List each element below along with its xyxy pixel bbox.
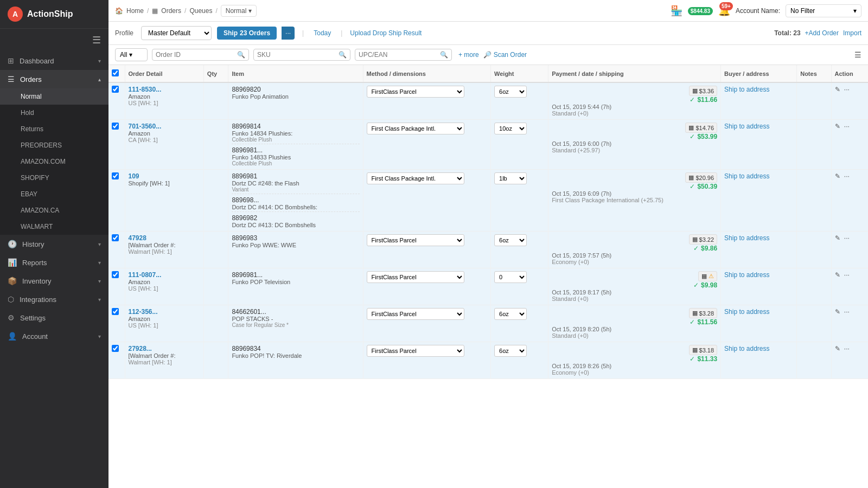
weight-select[interactable]: 1lb <box>494 172 527 184</box>
sku-search-icon[interactable]: 🔍 <box>339 51 347 59</box>
sidebar-item-integrations[interactable]: ⬡ Integrations ▾ <box>0 290 108 309</box>
edit-button[interactable]: ✎ <box>835 172 840 180</box>
add-order-link[interactable]: +Add Order <box>805 29 839 37</box>
select-all-checkbox[interactable] <box>112 69 119 76</box>
weight-select[interactable]: 6oz <box>494 308 527 320</box>
ship-to-address[interactable]: Ship to address <box>724 86 769 93</box>
row-checkbox[interactable] <box>112 86 119 93</box>
ship-button[interactable]: Ship 23 Orders <box>217 27 277 40</box>
edit-button[interactable]: ✎ <box>835 271 840 279</box>
row-checkbox[interactable] <box>112 234 119 241</box>
more-actions-button[interactable]: ··· <box>844 345 850 352</box>
edit-button[interactable]: ✎ <box>835 234 840 242</box>
import-link[interactable]: Import <box>843 29 861 37</box>
item-type: Collectible Plush <box>232 160 359 166</box>
shipping-method-select[interactable]: First Class Package Intl. <box>367 123 464 134</box>
box-icon: ▦ <box>692 310 698 317</box>
sidebar-sub-item-normal[interactable]: Normal <box>0 88 108 105</box>
sidebar-sub-item-shopify[interactable]: SHOPIFY <box>0 170 108 186</box>
ship-to-address[interactable]: Ship to address <box>724 271 769 279</box>
order-id-input[interactable] <box>156 51 237 59</box>
more-actions-button[interactable]: ··· <box>844 308 850 316</box>
sidebar-sub-item-walmart[interactable]: WALMART <box>0 219 108 235</box>
ship-to-address[interactable]: Ship to address <box>724 234 769 242</box>
integrations-icon: ⬡ <box>8 295 14 304</box>
today-link[interactable]: Today <box>311 29 333 37</box>
upc-search-icon[interactable]: 🔍 <box>440 51 448 59</box>
sidebar-item-settings[interactable]: ⚙ Settings <box>0 309 108 327</box>
shipping-method-select[interactable]: FirstClass Parcel <box>367 308 464 320</box>
edit-button[interactable]: ✎ <box>835 308 840 316</box>
sidebar-item-history[interactable]: 🕐 History ▾ <box>0 235 108 253</box>
upc-input[interactable] <box>359 51 440 59</box>
more-filters-button[interactable]: + more <box>458 51 479 59</box>
more-actions-button[interactable]: ··· <box>844 172 850 180</box>
notes-cell <box>797 342 831 379</box>
sidebar-toggle[interactable]: ☰ <box>0 29 108 52</box>
edit-button[interactable]: ✎ <box>835 345 840 352</box>
search-icon[interactable]: 🔍 <box>237 51 245 59</box>
sidebar-sub-item-preorders[interactable]: PREORDERS <box>0 137 108 153</box>
store-icon-btn[interactable]: 🏪 <box>671 5 682 17</box>
order-source: [Walmart Order #: <box>129 352 200 359</box>
more-actions-button[interactable]: ··· <box>844 123 850 130</box>
edit-button[interactable]: ✎ <box>835 123 840 130</box>
column-toggle-button[interactable]: ☰ <box>854 50 861 59</box>
sku-input[interactable] <box>257 51 339 59</box>
sidebar-sub-item-returns[interactable]: Returns <box>0 121 108 137</box>
profile-select[interactable]: Master Default <box>141 26 212 40</box>
shipping-method-select[interactable]: FirstClass Parcel <box>367 234 464 246</box>
ship-to-address[interactable]: Ship to address <box>724 172 769 180</box>
upload-link[interactable]: Upload Drop Ship Result <box>350 29 422 37</box>
order-id[interactable]: 111-8530... <box>129 86 200 93</box>
weight-select[interactable]: 6oz <box>494 86 527 98</box>
more-actions-button[interactable]: ··· <box>844 86 850 93</box>
edit-button[interactable]: ✎ <box>835 86 840 93</box>
sidebar-sub-item-amazon[interactable]: AMAZON.COM <box>0 153 108 170</box>
breadcrumb-orders[interactable]: Orders <box>161 7 181 15</box>
order-id[interactable]: 47928 <box>129 234 200 242</box>
more-actions-button[interactable]: ··· <box>844 271 850 279</box>
notifications-btn[interactable]: 🔔 59+ <box>718 5 730 17</box>
sidebar-sub-item-hold[interactable]: Hold <box>0 105 108 121</box>
order-source: Amazon <box>129 279 200 285</box>
ship-more-button[interactable]: ··· <box>282 27 295 40</box>
shipping-method-select[interactable]: FirstClass Parcel <box>367 345 464 357</box>
row-checkbox[interactable] <box>112 345 119 352</box>
order-id[interactable]: 112-356... <box>129 308 200 316</box>
ship-to-address[interactable]: Ship to address <box>724 345 769 352</box>
scan-order-button[interactable]: 🔎 Scan Order <box>483 51 527 59</box>
balance-btn[interactable]: $844.83 <box>688 7 713 15</box>
row-checkbox[interactable] <box>112 123 119 130</box>
filter-dropdown[interactable]: No Filter ▾ <box>786 4 861 17</box>
sidebar-item-account[interactable]: 👤 Account ▾ <box>0 327 108 345</box>
ship-to-address[interactable]: Ship to address <box>724 308 769 316</box>
weight-select[interactable]: 10oz <box>494 123 527 134</box>
breadcrumb-home[interactable]: Home <box>126 7 144 15</box>
ship-to-address[interactable]: Ship to address <box>724 123 769 130</box>
weight-select[interactable]: 0 <box>494 271 527 283</box>
shipping-method-select[interactable]: First Class Package Intl. <box>367 172 464 184</box>
order-id[interactable]: 701-3560... <box>129 123 200 130</box>
row-checkbox[interactable] <box>112 271 119 278</box>
order-id[interactable]: 111-0807... <box>129 271 200 279</box>
row-checkbox[interactable] <box>112 172 119 179</box>
queue-dropdown[interactable]: Normal ▾ <box>221 5 257 17</box>
row-checkbox[interactable] <box>112 308 119 315</box>
shipping-method-select[interactable]: FirstClass Parcel <box>367 86 464 98</box>
shipping-method-select[interactable]: FirstClass Parcel <box>367 271 464 283</box>
sidebar-item-orders[interactable]: ☰ Orders ▴ <box>0 70 108 88</box>
sidebar-item-inventory[interactable]: 📦 Inventory ▾ <box>0 272 108 290</box>
weight-select[interactable]: 6oz <box>494 345 527 357</box>
sidebar-sub-item-ebay[interactable]: EBAY <box>0 186 108 202</box>
sidebar-item-dashboard[interactable]: ⊞ Dashboard ▾ <box>0 52 108 70</box>
more-actions-button[interactable]: ··· <box>844 234 850 242</box>
weight-select[interactable]: 6oz <box>494 234 527 246</box>
sidebar-item-reports[interactable]: 📊 Reports ▾ <box>0 253 108 272</box>
order-id[interactable]: 27928... <box>129 345 200 352</box>
order-id[interactable]: 109 <box>129 172 200 180</box>
breadcrumb-queues[interactable]: Queues <box>189 7 212 15</box>
sidebar-sub-item-amazonca[interactable]: AMAZON.CA <box>0 202 108 219</box>
search-filter-dropdown[interactable]: All ▾ <box>115 48 148 61</box>
box-icon: ▦ <box>692 346 698 354</box>
